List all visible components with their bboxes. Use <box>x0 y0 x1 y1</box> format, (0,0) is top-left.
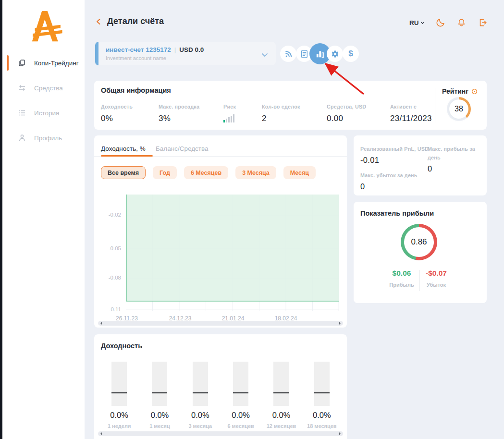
stat-label: Кол-во сделок <box>262 104 300 110</box>
sidebar-item-label: Копи-Трейдинг <box>34 60 79 67</box>
return-label: 1 неделя <box>99 423 139 429</box>
language-selector[interactable]: RU <box>409 19 425 26</box>
returns-horizontal-scrollbar[interactable] <box>98 431 343 436</box>
stat-label: Макс. просадка <box>159 104 199 110</box>
overview-title: Общая информация <box>101 86 171 94</box>
return-bar <box>193 362 208 406</box>
signal-button[interactable] <box>280 46 296 62</box>
info-icon[interactable] <box>471 88 478 95</box>
stat-label: Реализованный PnL, USD <box>360 146 429 152</box>
logo-a-icon <box>26 6 63 46</box>
stat-label: Доходность <box>101 104 133 110</box>
filter-all-time[interactable]: Все время <box>101 166 146 179</box>
logout-button[interactable] <box>478 17 488 28</box>
gear-icon <box>331 50 339 58</box>
sidebar-item-label: Средства <box>34 85 63 92</box>
settings-button[interactable] <box>327 46 343 62</box>
tab-balance-funds[interactable]: Баланс/Средства <box>156 145 209 152</box>
payments-button[interactable]: $ <box>343 46 359 62</box>
sidebar-item-profile[interactable]: Профиль <box>2 125 85 150</box>
sidebar-item-funds[interactable]: Средства <box>2 75 85 100</box>
copy-trading-icon <box>18 59 26 67</box>
return-value: 0.0% <box>99 411 139 420</box>
return-value: 0.0% <box>261 411 301 420</box>
return-label: 3 месяца <box>180 423 221 429</box>
return-value: 0.0% <box>302 411 342 420</box>
sidebar-menu: Копи-Трейдинг Средства И <box>2 50 85 150</box>
return-item-3m: 0.0% 3 месяца <box>180 362 221 429</box>
filter-month[interactable]: Месяц <box>283 166 316 179</box>
scroll-right-icon[interactable] <box>339 432 342 435</box>
chart-tabs: Доходность, % Баланс/Средства <box>94 145 347 157</box>
main-content: Детали счёта RU <box>85 0 504 439</box>
account-dropdown-chevron[interactable] <box>261 50 268 59</box>
max-daily-profit: Макс. прибыль за день 0 <box>428 144 487 173</box>
return-item-18m: 0.0% 18 месяцев <box>302 362 342 429</box>
return-item-6m: 0.0% 6 месяцев <box>221 362 261 429</box>
app-window: Копи-Трейдинг Средства И <box>0 0 504 439</box>
stat-profitability: Доходность 0% <box>101 102 133 123</box>
zero-line <box>111 392 127 393</box>
stat-trades-count: Кол-во сделок 2 <box>262 102 300 123</box>
notifications-button[interactable] <box>456 17 467 28</box>
return-label: 1 месяц <box>139 423 180 429</box>
profit-gauge: 0.86 <box>401 224 437 260</box>
return-item-12m: 0.0% 12 месяцев <box>261 362 301 429</box>
page-header: Детали счёта <box>95 16 164 26</box>
zero-line <box>193 392 208 393</box>
sidebar-item-label: История <box>34 110 59 117</box>
filter-6-months[interactable]: 6 Месяцев <box>184 166 228 179</box>
chevron-down-icon <box>261 53 268 57</box>
sidebar-item-copy-trading[interactable]: Копи-Трейдинг <box>2 50 85 75</box>
profit-card-title: Показатель прибыли <box>360 209 434 217</box>
vertical-divider <box>435 88 435 123</box>
return-bar <box>233 362 248 406</box>
filter-year[interactable]: Год <box>153 166 177 179</box>
account-selector[interactable]: инвест-счет 1235172 | USD 0.0 Investment… <box>95 42 276 65</box>
scroll-left-icon[interactable] <box>99 322 102 325</box>
stat-max-drawdown: Макс. просадка 3% <box>159 102 199 123</box>
return-item-1w: 0.0% 1 неделя <box>99 362 139 429</box>
return-bar <box>314 362 330 406</box>
loss-caption: Убыток <box>417 282 455 288</box>
profit-gauge-value: 0.86 <box>404 227 434 257</box>
max-daily-loss: Макс. убыток за день 0 <box>360 171 418 191</box>
scroll-left-icon[interactable] <box>99 432 102 435</box>
return-value: 0.0% <box>180 411 221 420</box>
y-tick: -0.08 <box>94 275 121 280</box>
return-label: 18 месяцев <box>302 423 342 429</box>
rating-label: Рейтинг <box>442 87 468 95</box>
dark-mode-toggle[interactable] <box>435 17 446 28</box>
pnl-card: Реализованный PnL, USD -0.01 Макс. прибы… <box>354 135 487 195</box>
stat-active-since: Активен с 23/11/2023 <box>390 102 432 123</box>
tab-profitability[interactable]: Доходность, % <box>101 145 146 152</box>
stat-risk: Риск <box>223 102 236 125</box>
back-button[interactable] <box>95 18 102 25</box>
chart-horizontal-scrollbar[interactable] <box>98 321 343 326</box>
sidebar-item-history[interactable]: История <box>2 100 85 125</box>
stat-value: 0.00 <box>327 114 366 123</box>
returns-title: Доходность <box>101 342 142 350</box>
account-title-row: инвест-счет 1235172 | USD 0.0 <box>106 46 204 53</box>
y-tick: -0.11 <box>94 306 121 312</box>
logout-icon <box>478 18 488 27</box>
scroll-right-icon[interactable] <box>339 322 342 325</box>
overview-card: Общая информация Доходность 0% Макс. про… <box>94 81 487 130</box>
list-icon <box>18 109 26 117</box>
return-bar <box>273 362 289 406</box>
stat-label: Активен с <box>390 104 417 110</box>
stat-value: -0.01 <box>360 156 429 165</box>
stat-label: Риск <box>223 104 236 110</box>
rating-value: 38 <box>449 99 468 119</box>
filter-3-months[interactable]: 3 Месяца <box>235 166 276 179</box>
profit-caption: Прибыль <box>382 282 421 288</box>
return-label: 12 месяцев <box>261 423 301 429</box>
rss-icon <box>284 50 293 58</box>
page-title: Детали счёта <box>107 16 164 26</box>
realized-pnl: Реализованный PnL, USD -0.01 <box>360 144 429 165</box>
header-actions: RU <box>409 17 488 28</box>
stat-label: Макс. убыток за день <box>360 172 418 178</box>
plot-area <box>126 195 339 311</box>
profit-indicator-card: Показатель прибыли 0.86 $0.06 -$0.07 При… <box>354 202 487 303</box>
return-bar <box>152 362 167 406</box>
